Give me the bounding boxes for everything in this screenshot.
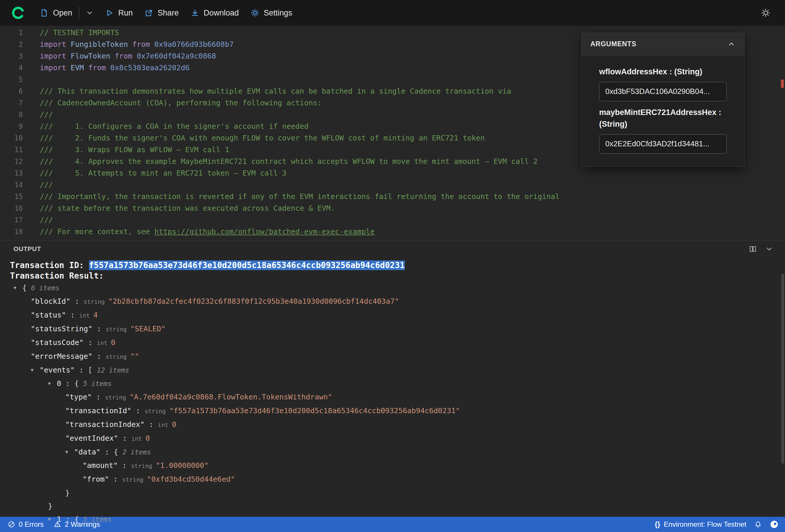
json-punct: :	[131, 406, 145, 415]
code-token: ///	[40, 110, 53, 119]
code-token: /// This transaction demonstrates how mu…	[40, 87, 511, 95]
json-key: "events"	[40, 366, 75, 374]
code-token: /// Importantly, the transaction is reve…	[40, 192, 560, 201]
line-number: 16	[0, 203, 23, 214]
line-number: 8	[0, 109, 23, 121]
arguments-header[interactable]: ARGUMENTS	[582, 33, 744, 55]
json-key2: 0	[57, 379, 61, 388]
json-punct: : {	[100, 448, 122, 456]
code-text: ///	[40, 214, 53, 226]
output-content[interactable]: Transaction ID: f557a1573b76aa53e73d46f3…	[0, 257, 785, 526]
open-button[interactable]: Open	[34, 5, 78, 21]
json-key: "errorMessage"	[31, 352, 93, 360]
json-type: string	[84, 298, 108, 305]
code-text: import EVM from 0x8c5303eaa26202d6	[40, 62, 190, 74]
expand-arrow-icon[interactable]: ▼	[48, 377, 57, 390]
json-str: ""	[130, 352, 139, 360]
json-punct: : [	[75, 366, 97, 374]
line-number: 10	[0, 132, 23, 144]
run-button[interactable]: Run	[99, 5, 139, 21]
json-tree-row: }	[0, 486, 785, 500]
line-number: 4	[0, 62, 23, 74]
split-view-icon[interactable]	[749, 245, 757, 253]
json-punct: }	[65, 489, 70, 497]
expand-arrow-icon[interactable]: ▼	[65, 446, 74, 459]
code-line: 15/// Importantly, the transaction is re…	[0, 191, 785, 203]
json-punct: :	[70, 297, 83, 305]
expand-arrow-icon[interactable]: ▼	[48, 513, 57, 526]
json-num: 0	[172, 420, 176, 429]
json-type: int	[97, 339, 111, 347]
json-key: "from"	[82, 475, 109, 483]
code-text: /// CadenceOwnedAccount (COA), performin…	[40, 97, 322, 109]
expand-arrow-icon[interactable]: ▼	[14, 281, 22, 295]
json-type: int	[158, 422, 172, 428]
theme-toggle-button[interactable]	[755, 5, 776, 21]
settings-button[interactable]: Settings	[245, 5, 298, 21]
json-str: "1.00000000"	[156, 461, 209, 470]
share-button[interactable]: Share	[139, 5, 185, 21]
flow-logo[interactable]	[11, 6, 25, 20]
download-label: Download	[204, 8, 239, 18]
json-punct: :	[145, 420, 158, 429]
argument-input[interactable]	[599, 82, 727, 101]
code-text: ///	[40, 179, 53, 191]
json-punct: : {	[61, 379, 83, 388]
code-token: /// 5. Attempts to mint an ERC721 token …	[40, 169, 286, 177]
chevron-up-icon[interactable]	[727, 40, 736, 48]
arguments-panel: ARGUMENTS wflowAddressHex : (String)mayb…	[581, 33, 744, 167]
json-key: "amount"	[82, 461, 118, 470]
flow-logo-icon	[11, 6, 25, 20]
json-tree-row: "statusString" : string "SEALED"	[0, 322, 785, 336]
transaction-result-label: Transaction Result:	[0, 271, 785, 281]
json-tree-row: ▼1 : { 5 items	[0, 513, 785, 526]
arguments-title: ARGUMENTS	[590, 40, 636, 48]
argument-label: wflowAddressHex : (String)	[599, 66, 727, 78]
download-button[interactable]: Download	[185, 5, 245, 21]
download-icon	[191, 8, 199, 17]
json-tree-row: ▼{ 6 items	[0, 281, 785, 295]
code-text: /// 1. Configures a COA in the signer's …	[40, 121, 308, 132]
line-number: 17	[0, 214, 23, 226]
code-token: 0x8c5303eaa26202d6	[110, 64, 190, 72]
json-key: "transactionIndex"	[65, 420, 145, 429]
code-link[interactable]: https://github.com/onflow/batched-evm-ex…	[154, 227, 375, 236]
line-number: 1	[0, 27, 23, 39]
code-token: 0x9a0766d93b6608b7	[154, 40, 233, 49]
json-tree-row: "transactionId" : string "f557a1573b76aa…	[0, 404, 785, 418]
argument-label: maybeMintERC721AddressHex : (String)	[599, 106, 727, 130]
json-punct: :	[93, 352, 106, 360]
line-number: 11	[0, 144, 23, 156]
json-punct: : {	[61, 515, 83, 524]
json-punct: :	[93, 325, 106, 333]
expand-arrow-icon[interactable]: ▼	[31, 363, 40, 377]
line-number: 15	[0, 191, 23, 203]
json-punct: :	[92, 393, 105, 401]
code-text: import FungibleToken from 0x9a0766d93b66…	[40, 39, 233, 50]
code-token: /// For more context, see	[40, 227, 154, 236]
code-line: 13/// 5. Attempts to mint an ERC721 toke…	[0, 168, 785, 179]
code-editor[interactable]: 1// TESTNET IMPORTS2import FungibleToken…	[0, 26, 785, 240]
json-type: string	[131, 462, 156, 470]
json-tree-row: "transactionIndex" : int 0	[0, 418, 785, 432]
transaction-id-line: Transaction ID: f557a1573b76aa53e73d46f3…	[0, 260, 785, 271]
json-items: 5 items	[83, 515, 111, 523]
output-scrollbar-thumb[interactable]	[781, 274, 784, 464]
json-punct: :	[118, 461, 131, 470]
file-icon	[40, 8, 49, 17]
json-str: "SEALED"	[130, 325, 166, 333]
line-number: 7	[0, 97, 23, 109]
json-key2: 1	[57, 515, 61, 524]
argument-input[interactable]	[599, 134, 727, 154]
json-punct: :	[84, 338, 97, 347]
line-number: 9	[0, 121, 23, 132]
code-text: /// 5. Attempts to mint an ERC721 token …	[40, 168, 286, 179]
transaction-id-value[interactable]: f557a1573b76aa53e73d46f3e10d200d5c18a653…	[89, 260, 405, 270]
code-token: // TESTNET IMPORTS	[40, 28, 119, 37]
chevron-down-icon	[86, 9, 93, 17]
code-token: import	[40, 52, 71, 60]
scrollbar-error-marker	[781, 80, 784, 88]
open-dropdown-button[interactable]	[80, 6, 99, 20]
collapse-output-icon[interactable]	[765, 245, 773, 253]
json-type: string	[106, 353, 130, 360]
